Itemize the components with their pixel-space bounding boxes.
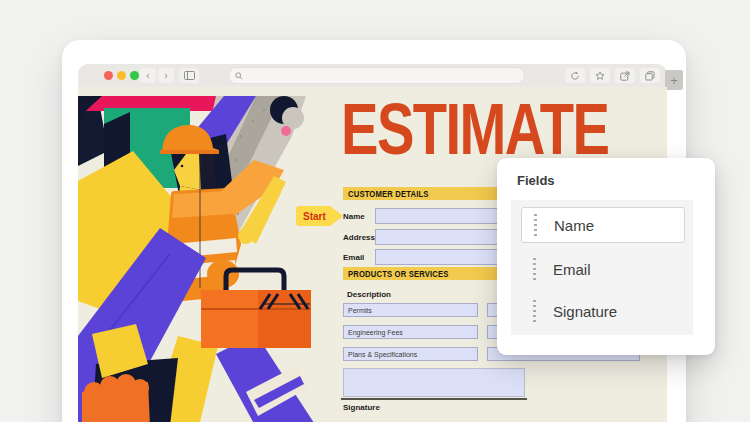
bookmark-button[interactable] [590, 68, 610, 83]
address-input[interactable] [243, 71, 513, 81]
fields-panel-title: Fields [517, 173, 555, 188]
plus-icon: + [670, 73, 678, 88]
tab-overview-button[interactable] [640, 68, 660, 83]
minimize-window-button[interactable] [117, 71, 126, 80]
signature-field[interactable] [343, 368, 525, 397]
tabs-icon [645, 71, 655, 81]
address-label: Address [343, 233, 375, 242]
refresh-button[interactable] [565, 68, 585, 83]
drag-handle-icon[interactable] [533, 258, 536, 280]
signature-label: Signature [343, 403, 380, 412]
drag-handle-icon[interactable] [534, 214, 537, 236]
forward-button[interactable]: › [158, 68, 174, 83]
share-button[interactable] [615, 68, 635, 83]
fields-panel: Fields Name Email Signature [497, 158, 715, 355]
desktop-background: ‹ › [0, 0, 750, 422]
new-tab-button[interactable]: + [665, 70, 683, 90]
share-icon [620, 71, 630, 81]
star-icon [595, 71, 605, 81]
sidebar-icon [184, 71, 195, 80]
page-title: ESTIMATE [341, 95, 608, 163]
forward-icon: › [164, 71, 167, 81]
product-row-description[interactable]: Engineering Fees [343, 325, 478, 339]
email-label: Email [343, 253, 364, 262]
name-label: Name [343, 212, 365, 221]
field-item-name[interactable]: Name [521, 207, 685, 243]
drag-handle-icon[interactable] [533, 300, 536, 322]
sidebar-button[interactable] [179, 68, 199, 83]
fields-panel-list: Name Email Signature [511, 200, 693, 335]
product-row-description[interactable]: Plans & Specifications [343, 347, 478, 361]
refresh-icon [570, 71, 580, 81]
search-icon [235, 72, 243, 80]
back-icon: ‹ [146, 71, 149, 81]
start-tag-label: Start [303, 211, 326, 222]
close-window-button[interactable] [104, 71, 113, 80]
product-row-description[interactable]: Permits [343, 303, 478, 317]
construction-worker-illustration [78, 87, 318, 422]
zoom-window-button[interactable] [130, 71, 139, 80]
signature-underline [341, 398, 527, 400]
field-item-signature[interactable]: Signature [521, 294, 685, 328]
start-tag: Start [295, 203, 345, 229]
field-item-email[interactable]: Email [521, 252, 685, 286]
address-bar[interactable] [228, 67, 525, 84]
description-column-header: Description [347, 290, 391, 299]
browser-toolbar: ‹ › [78, 64, 667, 87]
back-button[interactable]: ‹ [140, 68, 156, 83]
